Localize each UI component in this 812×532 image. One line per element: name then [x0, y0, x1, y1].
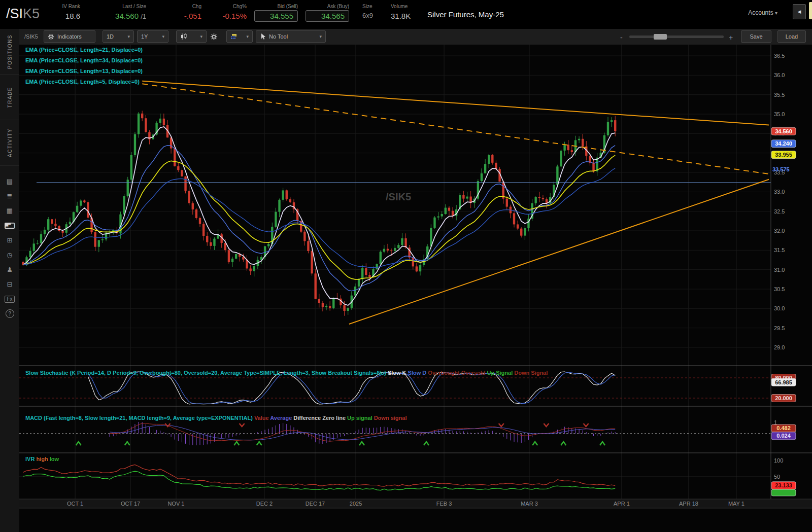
candle	[542, 198, 544, 199]
calendar-icon[interactable]: ▦	[0, 203, 19, 218]
chevron-down-icon: ▾	[200, 34, 202, 39]
accounts-dropdown[interactable]: Accounts ▾	[748, 9, 777, 16]
down-signal-arrow	[544, 423, 549, 427]
layout-dropdown[interactable]: ▾	[226, 30, 253, 43]
candle	[592, 163, 594, 171]
ema-label-13: EMA (Price=CLOSE, Length=13, Displace=0)	[25, 68, 143, 74]
layout-grid-icon	[230, 33, 238, 40]
chart-settings-button[interactable]	[210, 30, 221, 43]
price-axis-label: 36.5	[774, 53, 785, 59]
candle	[134, 134, 136, 155]
time-axis-label: DEC 2	[256, 501, 273, 507]
candle	[538, 197, 540, 198]
candle	[177, 166, 179, 170]
instrument-description: Silver Futures, May-25	[427, 10, 504, 19]
candle	[419, 265, 421, 271]
chevron-left-icon: ◀	[798, 9, 801, 14]
candle	[76, 206, 78, 212]
time-axis-label: OCT 17	[121, 501, 140, 507]
candle	[188, 191, 190, 203]
chg-field: Chg -.051	[166, 4, 201, 20]
trendline	[349, 180, 769, 324]
chg-pct-field: Chg% -0.15%	[212, 4, 247, 20]
sidebar-tab-trade[interactable]: TRADE	[0, 75, 19, 120]
bid-button[interactable]: 34.555	[254, 10, 298, 22]
candle	[37, 243, 39, 243]
svg-text:33.955: 33.955	[775, 152, 792, 158]
range-dropdown[interactable]: 1Y▾	[137, 30, 168, 43]
chevron-down-icon: ▾	[162, 34, 164, 39]
timeframe-dropdown[interactable]: 1D▾	[103, 30, 134, 43]
archive-icon[interactable]: ⊟	[0, 277, 19, 292]
zoom-slider[interactable]	[629, 36, 724, 38]
clock-icon[interactable]: ◷	[0, 247, 19, 262]
chevron-down-icon: ▾	[127, 34, 130, 39]
users-icon[interactable]: ♟	[0, 262, 19, 277]
candle	[199, 218, 201, 224]
candle	[249, 268, 251, 271]
candle	[289, 199, 291, 202]
ivr-pane: IVR high low1005023.133	[19, 456, 796, 496]
help-icon[interactable]: ?	[0, 306, 19, 321]
sidebar-tab-activity[interactable]: ACTIVITY	[0, 120, 19, 166]
ema-line-5	[23, 127, 615, 305]
chart-watermark: /SIK5	[386, 191, 411, 202]
candle	[365, 268, 367, 275]
zoom-in-button[interactable]: +	[729, 33, 733, 42]
list-icon[interactable]: ≣	[0, 189, 19, 203]
candle	[181, 170, 183, 176]
candle	[578, 139, 580, 140]
price-axis-label: 30.5	[774, 286, 785, 292]
svg-text:50: 50	[774, 474, 780, 480]
candle	[51, 219, 53, 224]
time-axis-label: DEC 17	[306, 501, 325, 507]
corner-highlight	[809, 2, 812, 19]
candle	[94, 232, 96, 247]
candle	[481, 173, 483, 181]
save-button[interactable]: Save	[741, 30, 771, 43]
ask-field: Ask (Buy) 34.565	[304, 4, 349, 22]
fx-icon[interactable]: Fx	[0, 292, 19, 306]
ask-button[interactable]: 34.565	[306, 10, 349, 22]
candle	[286, 190, 288, 199]
candle	[184, 176, 186, 191]
svg-text:23.133: 23.133	[775, 482, 792, 488]
iv-rank-field: IV Rank 18.6	[49, 4, 80, 20]
collapse-panel-button[interactable]: ◀	[793, 4, 806, 19]
candle	[80, 200, 82, 205]
down-signal-arrow	[499, 423, 504, 427]
grid-icon[interactable]: ⊞	[0, 233, 19, 247]
candles	[22, 111, 616, 315]
candle	[61, 231, 63, 233]
candle	[416, 266, 418, 271]
time-axis-label: MAY 1	[728, 501, 745, 507]
candle	[206, 236, 208, 242]
drawing-tool-dropdown[interactable]: No Tool ▾	[256, 30, 326, 43]
zoom-slider-handle[interactable]	[654, 34, 667, 40]
candle	[484, 164, 486, 173]
candle	[361, 268, 363, 279]
sidebar-tab-positions[interactable]: POSITIONS	[0, 29, 19, 75]
load-button[interactable]: Load	[777, 30, 806, 43]
svg-text:33.575: 33.575	[772, 166, 790, 172]
candle	[54, 224, 56, 226]
candle	[138, 114, 140, 134]
indicators-button[interactable]: Indicators	[44, 30, 95, 43]
candle	[192, 203, 194, 209]
up-signal-arrow	[76, 442, 81, 445]
chart-icon[interactable]: ▂▅▇	[0, 218, 19, 233]
candle	[210, 242, 212, 246]
price-chart[interactable]: EMA (Price=CLOSE, Length=21, Displace=0)…	[19, 45, 812, 532]
candle	[452, 211, 454, 216]
candle	[325, 306, 327, 307]
candle	[44, 230, 46, 234]
chevron-down-icon: ▾	[775, 10, 777, 16]
zoom-out-button[interactable]: -	[620, 33, 623, 42]
chart-type-dropdown[interactable]: ▾	[176, 30, 207, 43]
candle	[571, 150, 573, 152]
document-icon[interactable]: ▤	[0, 174, 19, 189]
up-signal-arrow	[234, 442, 239, 445]
chevron-down-icon: ▾	[246, 34, 249, 39]
candle	[401, 238, 403, 245]
ivr-low-bubble	[771, 489, 796, 496]
